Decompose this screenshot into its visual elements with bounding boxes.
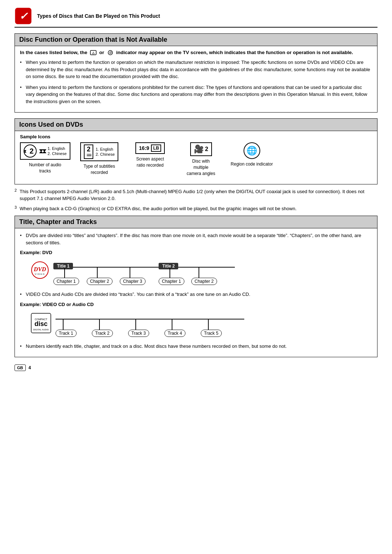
example-cd-label: Example: VIDEO CD or Audio CD (20, 302, 372, 307)
disc-function-bullets: When you intend to perform the function … (20, 59, 372, 105)
page-header: ✓ Types of Discs that Can Be Played on T… (15, 7, 377, 28)
header-title: Types of Discs that Can Be Played on Thi… (37, 13, 160, 19)
track-5: Track 5 (201, 330, 222, 336)
title-section-title: Title, Chapter and Tracks (15, 216, 377, 228)
svg-text:disc: disc (34, 320, 48, 327)
icons-section: Icons Used on DVDs Sample Icons ⧗ 2 ⧗⧗ 1… (15, 118, 377, 184)
footnote-3-text: When playing back a CD-G (Graphics) or C… (20, 205, 297, 212)
sample-icons-label: Sample Icons (20, 134, 372, 139)
dvd-diagram: DVD VIDEO Title 1 (20, 258, 372, 288)
region-label: Region code indicator (231, 161, 273, 167)
footer-gb-badge: GB (15, 364, 26, 371)
disc-function-section: Disc Function or Operation that is Not A… (15, 33, 377, 113)
example-dvd-label: Example: DVD (20, 250, 372, 255)
icons-section-title: Icons Used on DVDs (15, 119, 377, 131)
svg-text:DIGITAL AUDIO: DIGITAL AUDIO (33, 329, 49, 331)
svg-text:∅: ∅ (109, 51, 111, 54)
svg-text:VIDEO: VIDEO (35, 273, 45, 275)
title-bullets-3: Numbers identify each title, chapter, an… (20, 343, 372, 350)
title-section: Title, Chapter and Tracks DVDs are divid… (15, 216, 377, 357)
header-icon: ✓ (15, 7, 32, 25)
disc-function-bullet-1: When you intend to perform the function … (20, 59, 372, 80)
track-2: Track 2 (92, 330, 113, 336)
chapter-1-t2: Chapter 1 (159, 278, 184, 284)
subtitles-label: Type of subtitlesrecorded (83, 163, 115, 176)
title-bullets-2: VIDEO CDs and Audio CDs are divided into… (20, 291, 372, 298)
icon-row: ⧗ 2 ⧗⧗ 1. English2. Chinese Number of au… (20, 142, 372, 176)
dvd-logo-icon: DVD VIDEO (31, 261, 49, 279)
track-4: Track 4 (164, 330, 185, 336)
track-1: Track 1 (56, 330, 77, 336)
icon-aspect: 16:9 LB Screen aspectratio recorded (128, 142, 172, 168)
audio-tracks-label: Number of audiotracks (29, 162, 61, 174)
cd-logo-icon: COMPACT disc DIGITAL AUDIO (31, 313, 51, 333)
page-footer: GB 4 (15, 364, 377, 371)
camera-label: Disc withmultiplecamera angles (187, 158, 215, 176)
svg-text:△: △ (92, 51, 95, 54)
title-2-badge: Title 2 (159, 263, 178, 269)
title-bullet-1: DVDs are divided into “titles” and “chap… (20, 232, 372, 246)
footer-page-number: 4 (29, 365, 31, 370)
title-bullet-3: Numbers identify each title, chapter, an… (20, 343, 372, 350)
icon-audio-tracks: ⧗ 2 ⧗⧗ 1. English2. Chinese Number of au… (20, 142, 70, 174)
footnote-2-text: This Product supports 2-channel (L/R) au… (20, 188, 377, 202)
icon-region: 🌐 Region code indicator (230, 142, 274, 167)
title-bullets: DVDs are divided into “titles” and “chap… (20, 232, 372, 246)
title-1-badge: Title 1 (53, 263, 73, 269)
chapter-3-t1: Chapter 3 (120, 278, 146, 284)
disc-function-intro: In the cases listed below, the △ or ∅ in… (20, 50, 372, 55)
aspect-label: Screen aspectratio recorded (136, 156, 164, 168)
footnote-3-num: 3 (15, 204, 20, 211)
disc-function-bullet-2: When you intend to perform the functions… (20, 84, 372, 105)
icon-subtitles: 2 ≡≡ 1. English2. Chinese Type of subtit… (78, 142, 121, 176)
chapter-2-t1: Chapter 2 (87, 278, 113, 284)
svg-text:✓: ✓ (19, 11, 28, 22)
svg-text:DVD: DVD (33, 266, 46, 272)
footnote-2-num: 2 (15, 187, 20, 194)
footnote-2-area: 2 This Product supports 2-channel (L/R) … (15, 188, 377, 212)
chapter-1-t1: Chapter 1 (53, 278, 79, 284)
chapter-2-t2: Chapter 2 (191, 278, 217, 284)
title-bullet-2: VIDEO CDs and Audio CDs are divided into… (20, 291, 372, 298)
disc-function-title: Disc Function or Operation that is Not A… (15, 34, 377, 46)
icon-camera: 🎥 2 Disc withmultiplecamera angles (179, 142, 223, 176)
track-3: Track 3 (128, 330, 149, 336)
footer-gb-label: GB (17, 366, 23, 370)
cd-diagram: COMPACT disc DIGITAL AUDIO (20, 310, 372, 340)
